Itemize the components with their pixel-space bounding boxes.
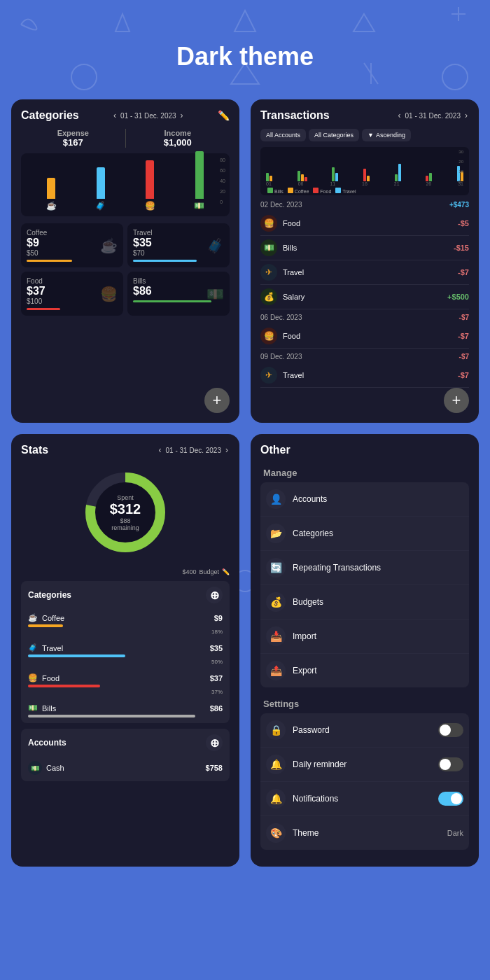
tx-food-amount: -$5 — [458, 219, 469, 227]
notifications-toggle[interactable] — [438, 792, 463, 806]
stats-accounts-add[interactable]: ⊕ — [206, 734, 223, 751]
filter-accounts-btn[interactable]: All Accounts — [260, 129, 306, 141]
manage-repeating[interactable]: 🔄 Repeating Transactions — [260, 551, 469, 585]
tx-item-bills-1: 💵 Bills -$15 — [260, 236, 469, 260]
other-header: Other — [260, 444, 469, 456]
budgets-icon: 💰 — [266, 592, 286, 612]
transactions-header: Transactions ‹ 01 - 31 Dec. 2023 › — [260, 109, 469, 122]
manage-categories-icon: 📂 — [266, 524, 286, 543]
categories-card: Categories ‹ 01 - 31 Dec. 2023 › ✏️ Expe… — [11, 99, 239, 423]
tx-food2-amount: -$7 — [458, 332, 469, 340]
categories-date: 01 - 31 Dec. 2023 — [120, 112, 176, 120]
category-food: Food $37 $100 🍔 — [21, 272, 123, 316]
remaining-amount: $88 — [110, 517, 141, 524]
categories-prev-btn[interactable]: ‹ — [112, 111, 118, 120]
theme-label: Theme — [293, 828, 440, 838]
expense-label: Expense — [21, 129, 125, 137]
transactions-fab[interactable]: + — [444, 388, 469, 413]
manage-export[interactable]: 📤 Export — [260, 654, 469, 687]
tx-item-salary-1: 💰 Salary +$500 — [260, 285, 469, 309]
stats-coffee-label: Coffee — [42, 614, 64, 622]
daily-reminder-toggle-knob — [440, 759, 451, 770]
stats-bills-bar — [28, 715, 195, 718]
password-toggle[interactable] — [438, 723, 463, 737]
manage-import[interactable]: 📥 Import — [260, 620, 469, 654]
stats-food: 🍔 Food $37 37% — [21, 669, 230, 699]
tx-travel2-name: Travel — [283, 371, 452, 379]
bar-coffee — [47, 178, 55, 199]
filter-row: All Accounts All Categories ▼ Ascending — [260, 129, 469, 141]
categories-edit-icon[interactable]: ✏️ — [218, 110, 230, 121]
tx-salary-icon: 💰 — [260, 288, 277, 305]
import-label: Import — [293, 631, 463, 641]
notifications-toggle-knob — [451, 793, 462, 804]
chart-bills-group: 💵 — [194, 151, 204, 211]
tx-group-3-header: 09 Dec. 2023 -$7 — [260, 349, 469, 363]
budgets-label: Budgets — [293, 597, 463, 607]
stats-coffee-amount: $9 — [214, 614, 223, 622]
tx-travel2-amount: -$7 — [458, 371, 469, 379]
categories-next-btn[interactable]: › — [179, 111, 185, 120]
transactions-card: Transactions ‹ 01 - 31 Dec. 2023 › All A… — [251, 99, 479, 423]
manage-budgets[interactable]: 💰 Budgets — [260, 585, 469, 620]
stats-categories-add[interactable]: ⊕ — [206, 587, 223, 603]
settings-theme[interactable]: 🎨 Theme Dark — [260, 816, 469, 850]
chart-coffee-group: ☕ — [46, 178, 57, 211]
stats-travel-pct: 50% — [28, 659, 223, 665]
stats-date: 01 - 31 Dec. 2023 — [166, 447, 222, 454]
stats-cash-label: Cash — [46, 764, 64, 772]
export-icon: 📤 — [266, 661, 286, 680]
chart-food-icon: 🍔 — [145, 201, 155, 211]
stats-header: Stats ‹ 01 - 31 Dec. 2023 › — [21, 444, 230, 456]
daily-reminder-toggle[interactable] — [438, 757, 463, 771]
settings-daily-reminder[interactable]: 🔔 Daily reminder — [260, 748, 469, 782]
income-label: Income — [126, 129, 230, 137]
stats-coffee-icon: ☕ — [28, 613, 38, 622]
stats-travel-bar — [28, 654, 125, 657]
manage-categories[interactable]: 📂 Categories — [260, 517, 469, 551]
budget-row: $400 Budget ✏️ — [21, 568, 230, 575]
stats-accounts-header: Accounts ⊕ — [21, 729, 230, 757]
transactions-prev-btn[interactable]: ‹ — [397, 111, 402, 120]
tx-food2-name: Food — [283, 332, 452, 340]
chart-travel-group: 🧳 — [95, 167, 106, 211]
tx-group-2-header: 06 Dec. 2023 -$7 — [260, 309, 469, 324]
settings-notifications[interactable]: 🔔 Notifications — [260, 782, 469, 816]
transactions-next-btn[interactable]: › — [463, 111, 469, 120]
stats-food-amount: $37 — [210, 674, 223, 682]
stats-accounts-section: Accounts ⊕ 💵 Cash $758 — [21, 729, 230, 781]
manage-accounts[interactable]: 👤 Accounts — [260, 482, 469, 517]
bills-progress — [133, 300, 211, 302]
spent-amount: $312 — [110, 501, 141, 517]
stats-food-label: Food — [42, 674, 59, 682]
stats-prev-btn[interactable]: ‹ — [158, 445, 163, 455]
filter-categories-btn[interactable]: All Categories — [309, 129, 359, 141]
category-grid: Coffee $9 $50 ☕ Travel $35 $70 🧳 Food $3… — [21, 223, 230, 316]
accounts-icon: 👤 — [266, 489, 286, 509]
main-grid: Categories ‹ 01 - 31 Dec. 2023 › ✏️ Expe… — [0, 99, 490, 878]
tx-travel2-icon: ✈ — [260, 367, 277, 384]
category-bills: Bills $86 💵 — [127, 272, 230, 316]
password-toggle-knob — [440, 724, 451, 736]
stats-cash-icon: 💵 — [28, 761, 42, 775]
travel-progress — [133, 260, 197, 262]
budget-edit-icon[interactable]: ✏️ — [222, 568, 230, 575]
tx-travel-icon: ✈ — [260, 264, 277, 281]
tx-date-1: 02 Dec. 2023 — [260, 201, 302, 209]
budget-label: Budget — [199, 568, 219, 575]
transactions-chart: 3020100 — [265, 150, 465, 181]
stats-next-btn[interactable]: › — [224, 445, 230, 455]
stats-accounts-title: Accounts — [28, 738, 66, 748]
chart-travel-icon: 🧳 — [95, 201, 106, 211]
stats-coffee-bar — [28, 624, 63, 627]
stats-date-nav: ‹ 01 - 31 Dec. 2023 › — [158, 445, 230, 455]
chart-legend: Bills Coffee Food Travel — [265, 186, 465, 195]
tx-salary-amount: +$500 — [447, 293, 469, 301]
page-title: Dark theme — [0, 0, 490, 99]
tx-travel-name: Travel — [283, 268, 452, 276]
import-icon: 📥 — [266, 626, 286, 646]
settings-password[interactable]: 🔒 Password — [260, 713, 469, 748]
transactions-date: 01 - 31 Dec. 2023 — [405, 112, 461, 120]
filter-sort-btn[interactable]: ▼ Ascending — [362, 129, 411, 141]
categories-fab[interactable]: + — [204, 388, 230, 413]
